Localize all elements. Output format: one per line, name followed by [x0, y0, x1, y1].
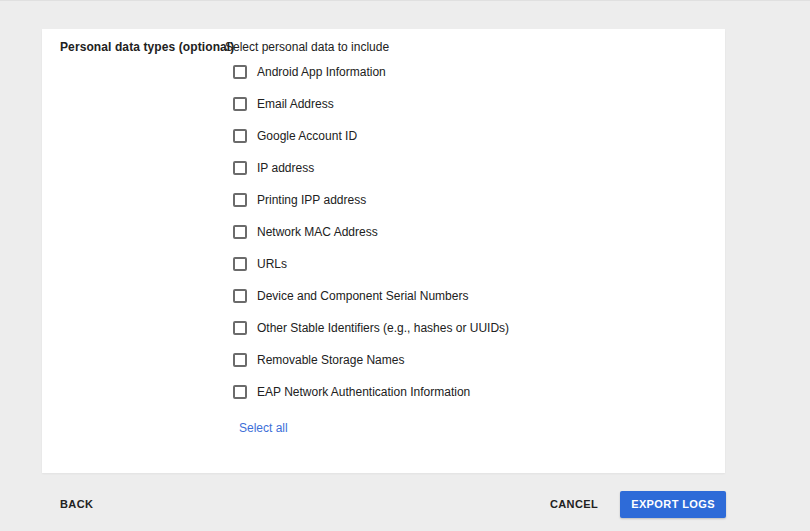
option-checkbox[interactable]	[233, 225, 247, 239]
option-row: Email Address	[233, 88, 509, 120]
option-row: Other Stable Identifiers (e.g., hashes o…	[233, 312, 509, 344]
option-row: Google Account ID	[233, 120, 509, 152]
option-row: Printing IPP address	[233, 184, 509, 216]
option-checkbox[interactable]	[233, 289, 247, 303]
option-label[interactable]: Device and Component Serial Numbers	[257, 289, 468, 303]
cancel-button[interactable]: CANCEL	[550, 498, 598, 510]
option-row: EAP Network Authentication Information	[233, 376, 509, 408]
option-label[interactable]: Google Account ID	[257, 129, 357, 143]
select-data-header: Select personal data to include	[225, 40, 389, 54]
option-row: URLs	[233, 248, 509, 280]
select-all-link[interactable]: Select all	[239, 418, 288, 438]
option-checkbox[interactable]	[233, 65, 247, 79]
option-checkbox[interactable]	[233, 353, 247, 367]
option-label[interactable]: IP address	[257, 161, 314, 175]
personal-data-types-label: Personal data types (optional)	[60, 40, 234, 54]
export-logs-button[interactable]: EXPORT LOGS	[620, 491, 726, 518]
action-bar: BACK CANCEL EXPORT LOGS	[60, 490, 726, 518]
back-button[interactable]: BACK	[60, 498, 93, 510]
option-row: Android App Information	[233, 56, 509, 88]
option-checkbox[interactable]	[233, 321, 247, 335]
option-row: Device and Component Serial Numbers	[233, 280, 509, 312]
option-checkbox[interactable]	[233, 161, 247, 175]
option-checkbox[interactable]	[233, 129, 247, 143]
option-label[interactable]: EAP Network Authentication Information	[257, 385, 470, 399]
personal-data-panel: Personal data types (optional) Select pe…	[42, 29, 725, 473]
option-label[interactable]: Other Stable Identifiers (e.g., hashes o…	[257, 321, 509, 335]
option-row: Network MAC Address	[233, 216, 509, 248]
option-label[interactable]: Android App Information	[257, 65, 386, 79]
option-row: Removable Storage Names	[233, 344, 509, 376]
option-label[interactable]: Network MAC Address	[257, 225, 378, 239]
option-label[interactable]: URLs	[257, 257, 287, 271]
option-checkbox[interactable]	[233, 193, 247, 207]
option-checkbox[interactable]	[233, 257, 247, 271]
page-background: Personal data types (optional) Select pe…	[0, 0, 810, 531]
option-label[interactable]: Email Address	[257, 97, 334, 111]
options-list: Android App Information Email Address Go…	[233, 56, 509, 408]
option-checkbox[interactable]	[233, 385, 247, 399]
option-label[interactable]: Removable Storage Names	[257, 353, 404, 367]
option-checkbox[interactable]	[233, 97, 247, 111]
option-row: IP address	[233, 152, 509, 184]
option-label[interactable]: Printing IPP address	[257, 193, 366, 207]
